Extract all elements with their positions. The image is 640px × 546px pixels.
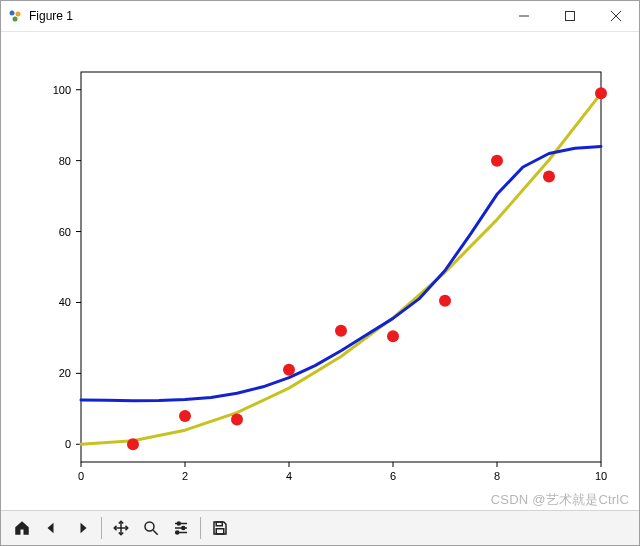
ytick-label: 60 [59,226,71,238]
nav-toolbar [1,510,639,545]
window-controls [501,1,639,31]
svg-point-2 [13,17,18,22]
plot-canvas[interactable]: 0246810020406080100 [1,32,639,512]
maximize-button[interactable] [547,1,593,31]
save-button[interactable] [205,514,235,542]
configure-button[interactable] [166,514,196,542]
data-point [283,364,295,376]
separator [200,517,201,539]
forward-button[interactable] [67,514,97,542]
figure-window: Figure 1 0246810020406080100 [0,0,640,546]
data-point [231,413,243,425]
svg-line-10 [153,530,158,535]
titlebar: Figure 1 [1,1,639,32]
svg-point-9 [145,522,154,531]
xtick-label: 6 [390,470,396,482]
axes-frame [81,72,601,462]
plot-area: 0246810020406080100 [1,32,639,510]
zoom-button[interactable] [136,514,166,542]
close-button[interactable] [593,1,639,31]
app-icon [7,8,23,24]
xtick-label: 2 [182,470,188,482]
ytick-label: 0 [65,438,71,450]
data-point [127,438,139,450]
data-point [543,171,555,183]
svg-point-0 [10,11,15,16]
pan-button[interactable] [106,514,136,542]
svg-point-16 [176,531,179,534]
separator [101,517,102,539]
xtick-label: 10 [595,470,607,482]
back-button[interactable] [37,514,67,542]
ytick-label: 80 [59,155,71,167]
xtick-label: 8 [494,470,500,482]
xtick-label: 0 [78,470,84,482]
data-point [595,87,607,99]
series-blue-curve [81,147,601,401]
data-point [335,325,347,337]
data-point [439,295,451,307]
data-point [179,410,191,422]
window-title: Figure 1 [29,9,501,23]
svg-point-12 [177,522,180,525]
ytick-label: 20 [59,367,71,379]
data-point [387,330,399,342]
data-point [491,155,503,167]
svg-rect-18 [216,529,224,534]
ytick-label: 40 [59,296,71,308]
svg-point-1 [16,12,21,17]
minimize-button[interactable] [501,1,547,31]
svg-point-14 [182,527,185,530]
xtick-label: 4 [286,470,292,482]
series-yellow-curve [81,93,601,444]
ytick-label: 100 [53,84,71,96]
svg-rect-17 [216,522,222,526]
home-button[interactable] [7,514,37,542]
svg-rect-4 [566,12,575,21]
